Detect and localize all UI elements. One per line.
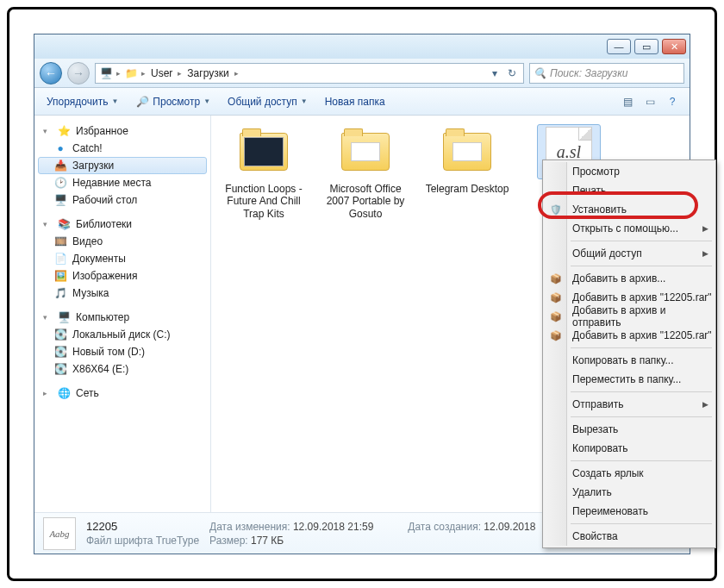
menu-item[interactable]: Переименовать	[545, 502, 714, 521]
favorites-group: ▾⭐Избранное ●Catch! 📥Загрузки 🕑Недавние …	[34, 122, 210, 209]
file-item[interactable]: Function Loops - Future And Chill Trap K…	[218, 124, 309, 220]
chevron-right-icon: ▸	[178, 69, 182, 78]
chevron-right-icon: ▸	[234, 69, 239, 78]
chevron-right-icon: ▸	[116, 69, 121, 78]
help-button[interactable]: ?	[662, 92, 683, 111]
menu-item-label: Добавить в архив "12205.rar"	[572, 291, 712, 303]
menu-item[interactable]: Копировать	[545, 439, 714, 458]
menu-item-label: Удалить	[572, 486, 612, 498]
app-icon: ●	[53, 141, 67, 155]
menu-item-label: Копировать в папку...	[572, 354, 674, 366]
breadcrumb-segment[interactable]: User	[149, 67, 174, 79]
menu-separator	[571, 523, 712, 524]
menu-item[interactable]: Создать ярлык	[545, 464, 714, 483]
new-folder-button[interactable]: Новая папка	[320, 93, 390, 110]
share-button[interactable]: Общий доступ▼	[222, 93, 313, 110]
menu-item-label: Добавить в архив "12205.rar"	[572, 329, 712, 341]
submenu-arrow-icon: ▶	[702, 249, 708, 258]
computer-group: ▾🖥️Компьютер 💽Локальный диск (C:) 💽Новый…	[34, 309, 210, 378]
navigation-pane: ▾⭐Избранное ●Catch! 📥Загрузки 🕑Недавние …	[34, 116, 211, 512]
search-placeholder: Поиск: Загрузки	[550, 67, 628, 79]
organize-button[interactable]: Упорядочить▼	[41, 93, 123, 110]
selected-file-type: Файл шрифта TrueType	[86, 535, 199, 547]
menu-item-label: Просмотр	[572, 166, 620, 178]
menu-item[interactable]: Переместить в папку...	[545, 370, 714, 389]
titlebar: — ▭ ✕	[34, 34, 690, 59]
menu-item[interactable]: Удалить	[545, 483, 714, 502]
menu-item-label: Общий доступ	[572, 247, 642, 260]
sidebar-item-desktop[interactable]: 🖥️Рабочий стол	[34, 191, 210, 209]
menu-item-label: Добавить в архив и отправить	[572, 304, 714, 328]
computer-header[interactable]: ▾🖥️Компьютер	[34, 309, 210, 326]
menu-item[interactable]: Копировать в папку...	[545, 351, 714, 370]
favorites-header[interactable]: ▾⭐Избранное	[34, 122, 210, 140]
breadcrumb-bar[interactable]: 🖥️ ▸ 📁 ▸ User ▸ Загрузки ▸ ▾ ↻	[95, 63, 524, 84]
submenu-arrow-icon: ▶	[702, 224, 708, 233]
libraries-header[interactable]: ▾📚Библиотеки	[34, 216, 210, 233]
minimize-button[interactable]: —	[607, 39, 631, 54]
sidebar-item-videos[interactable]: 🎞️Видео	[34, 233, 210, 250]
sidebar-item-drive-e[interactable]: 💽X86X64 (E:)	[34, 360, 210, 378]
menu-item-label: Копировать	[572, 442, 628, 454]
network-group: ▸🌐Сеть	[34, 385, 210, 402]
rar-icon: 📦	[549, 310, 563, 323]
menu-item-label: Установить	[572, 203, 627, 216]
drive-icon: 💽	[53, 328, 67, 341]
menu-item[interactable]: Свойства	[545, 527, 714, 546]
menu-item-label: Вырезать	[572, 423, 618, 435]
sidebar-item-downloads[interactable]: 📥Загрузки	[38, 157, 207, 174]
menu-item-label: Добавить в архив...	[572, 272, 665, 285]
view-options-button[interactable]: ▤	[617, 92, 638, 111]
rar-icon: 📦	[549, 272, 563, 285]
close-button[interactable]: ✕	[662, 39, 686, 54]
breadcrumb-segment[interactable]: Загрузки	[185, 67, 230, 79]
menu-item-label: Свойства	[572, 530, 618, 542]
menu-item-label: Открыть с помощью...	[572, 222, 678, 235]
selected-file-name: 12205	[86, 520, 199, 533]
menu-item[interactable]: 📦Добавить в архив "12205.rar"	[545, 326, 714, 345]
menu-item[interactable]: 📦Добавить в архив...	[545, 269, 714, 288]
file-item[interactable]: Microsoft Office 2007 Portable by Gosuto	[320, 124, 411, 220]
menu-separator	[571, 416, 712, 417]
sidebar-item-pictures[interactable]: 🖼️Изображения	[34, 267, 210, 285]
menu-item[interactable]: Отправить▶	[545, 395, 714, 414]
libraries-group: ▾📚Библиотеки 🎞️Видео 📄Документы 🖼️Изобра…	[34, 216, 210, 302]
search-input[interactable]: 🔍 Поиск: Загрузки	[529, 63, 684, 84]
sidebar-item-catch[interactable]: ●Catch!	[34, 140, 210, 157]
dropdown-icon[interactable]: ▾	[487, 66, 502, 81]
menu-item-label: Переименовать	[572, 505, 648, 517]
sidebar-item-documents[interactable]: 📄Документы	[34, 250, 210, 267]
refresh-icon[interactable]: ↻	[504, 66, 520, 81]
menu-item[interactable]: 🛡️Установить	[545, 200, 714, 219]
sidebar-item-drive-c[interactable]: 💽Локальный диск (C:)	[34, 326, 210, 343]
caret-down-icon: ▼	[301, 97, 308, 105]
file-label: Function Loops - Future And Chill Trap K…	[218, 183, 309, 220]
menu-item[interactable]: Просмотр	[545, 162, 714, 181]
forward-button[interactable]: →	[67, 62, 90, 84]
maximize-button[interactable]: ▭	[634, 39, 658, 54]
context-menu: ПросмотрПечать🛡️УстановитьОткрыть с помо…	[542, 160, 716, 548]
preview-pane-button[interactable]: ▭	[640, 92, 660, 111]
menu-item[interactable]: Вырезать	[545, 420, 714, 439]
rar-icon: 📦	[549, 328, 563, 342]
menu-separator	[571, 266, 712, 266]
menu-item-label: Переместить в папку...	[572, 373, 681, 385]
caret-down-icon: ▼	[111, 97, 118, 105]
video-icon: 🎞️	[53, 235, 67, 248]
search-icon: 🔍	[534, 67, 546, 79]
sidebar-item-drive-d[interactable]: 💽Новый том (D:)	[34, 343, 210, 360]
sidebar-item-recent[interactable]: 🕑Недавние места	[34, 174, 210, 191]
file-icon	[435, 124, 499, 179]
menu-item-label: Печать	[572, 185, 606, 197]
star-icon: ⭐	[57, 124, 71, 138]
preview-button[interactable]: 🔎Просмотр▼	[130, 92, 215, 111]
back-button[interactable]: ←	[40, 62, 62, 84]
sidebar-item-music[interactable]: 🎵Музыка	[34, 285, 210, 302]
menu-item[interactable]: Общий доступ▶	[545, 244, 714, 263]
menu-item[interactable]: 📦Добавить в архив и отправить	[545, 307, 714, 326]
menu-item[interactable]: Открыть с помощью...▶	[545, 219, 714, 238]
collapse-icon: ▾	[43, 220, 52, 228]
network-header[interactable]: ▸🌐Сеть	[34, 385, 210, 402]
file-item[interactable]: Telegram Desktop	[421, 124, 513, 195]
menu-item[interactable]: Печать	[545, 181, 714, 200]
